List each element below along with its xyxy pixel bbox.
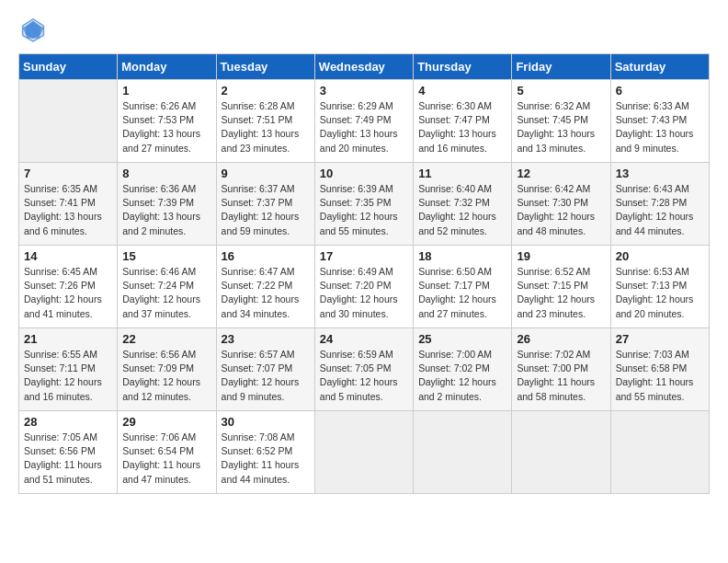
day-info: Sunrise: 6:28 AMSunset: 7:51 PMDaylight:… [222, 99, 310, 155]
header-row: SundayMondayTuesdayWednesdayThursdayFrid… [19, 54, 710, 80]
day-info: Sunrise: 6:39 AMSunset: 7:35 PMDaylight:… [320, 182, 408, 238]
day-cell: 28Sunrise: 7:05 AMSunset: 6:56 PMDayligh… [19, 411, 118, 494]
day-cell: 7Sunrise: 6:35 AMSunset: 7:41 PMDaylight… [19, 163, 118, 246]
day-cell [610, 411, 709, 494]
day-number: 10 [320, 167, 408, 180]
day-number: 27 [616, 332, 704, 346]
calendar-table: SundayMondayTuesdayWednesdayThursdayFrid… [18, 53, 710, 494]
day-info: Sunrise: 6:56 AMSunset: 7:09 PMDaylight:… [122, 348, 210, 404]
day-cell: 21Sunrise: 6:55 AMSunset: 7:11 PMDayligh… [19, 328, 118, 411]
week-row-5: 28Sunrise: 7:05 AMSunset: 6:56 PMDayligh… [19, 411, 710, 494]
day-cell: 5Sunrise: 6:32 AMSunset: 7:45 PMDaylight… [512, 80, 610, 163]
day-info: Sunrise: 6:59 AMSunset: 7:05 PMDaylight:… [320, 348, 408, 404]
day-cell [314, 411, 413, 494]
day-number: 12 [517, 167, 605, 180]
day-number: 2 [222, 84, 310, 98]
col-header-thursday: Thursday [414, 54, 512, 80]
day-cell: 12Sunrise: 6:42 AMSunset: 7:30 PMDayligh… [512, 163, 610, 246]
day-info: Sunrise: 6:46 AMSunset: 7:24 PMDaylight:… [122, 265, 210, 321]
day-info: Sunrise: 7:00 AMSunset: 7:02 PMDaylight:… [418, 348, 506, 404]
day-number: 6 [616, 84, 704, 98]
day-number: 14 [24, 249, 112, 263]
day-number: 11 [418, 167, 506, 180]
day-info: Sunrise: 6:49 AMSunset: 7:20 PMDaylight:… [320, 265, 408, 321]
day-number: 28 [24, 415, 112, 429]
day-cell: 29Sunrise: 7:06 AMSunset: 6:54 PMDayligh… [118, 411, 216, 494]
col-header-sunday: Sunday [19, 54, 118, 80]
day-number: 5 [517, 84, 605, 98]
col-header-friday: Friday [512, 54, 610, 80]
day-info: Sunrise: 7:06 AMSunset: 6:54 PMDaylight:… [122, 431, 210, 487]
day-number: 4 [418, 84, 506, 98]
day-number: 19 [517, 249, 605, 263]
day-info: Sunrise: 6:52 AMSunset: 7:15 PMDaylight:… [517, 265, 605, 321]
day-cell [414, 411, 512, 494]
day-info: Sunrise: 6:32 AMSunset: 7:45 PMDaylight:… [517, 99, 605, 155]
day-info: Sunrise: 6:55 AMSunset: 7:11 PMDaylight:… [24, 348, 112, 404]
day-info: Sunrise: 6:30 AMSunset: 7:47 PMDaylight:… [418, 99, 506, 155]
day-cell: 2Sunrise: 6:28 AMSunset: 7:51 PMDaylight… [216, 80, 314, 163]
week-row-3: 14Sunrise: 6:45 AMSunset: 7:26 PMDayligh… [19, 246, 710, 328]
day-cell: 14Sunrise: 6:45 AMSunset: 7:26 PMDayligh… [19, 246, 118, 328]
day-info: Sunrise: 7:03 AMSunset: 6:58 PMDaylight:… [616, 348, 704, 404]
day-number: 29 [122, 415, 210, 429]
day-info: Sunrise: 6:47 AMSunset: 7:22 PMDaylight:… [222, 265, 310, 321]
day-number: 8 [122, 167, 210, 180]
week-row-2: 7Sunrise: 6:35 AMSunset: 7:41 PMDaylight… [19, 163, 710, 246]
day-cell: 16Sunrise: 6:47 AMSunset: 7:22 PMDayligh… [216, 246, 314, 328]
day-info: Sunrise: 6:37 AMSunset: 7:37 PMDaylight:… [222, 182, 310, 238]
day-info: Sunrise: 6:53 AMSunset: 7:13 PMDaylight:… [616, 265, 704, 321]
day-cell: 8Sunrise: 6:36 AMSunset: 7:39 PMDaylight… [118, 163, 216, 246]
day-number: 24 [320, 332, 408, 346]
day-number: 30 [222, 415, 310, 429]
col-header-monday: Monday [118, 54, 216, 80]
day-info: Sunrise: 6:36 AMSunset: 7:39 PMDaylight:… [122, 182, 210, 238]
day-cell [19, 80, 118, 163]
day-number: 18 [418, 249, 506, 263]
day-number: 9 [222, 167, 310, 180]
day-info: Sunrise: 7:05 AMSunset: 6:56 PMDaylight:… [24, 431, 112, 487]
day-info: Sunrise: 6:45 AMSunset: 7:26 PMDaylight:… [24, 265, 112, 321]
logo [18, 15, 51, 44]
day-info: Sunrise: 6:29 AMSunset: 7:49 PMDaylight:… [320, 99, 408, 155]
week-row-1: 1Sunrise: 6:26 AMSunset: 7:53 PMDaylight… [19, 80, 710, 163]
day-cell: 26Sunrise: 7:02 AMSunset: 7:00 PMDayligh… [512, 328, 610, 411]
day-info: Sunrise: 6:50 AMSunset: 7:17 PMDaylight:… [418, 265, 506, 321]
day-cell: 17Sunrise: 6:49 AMSunset: 7:20 PMDayligh… [314, 246, 413, 328]
day-cell: 1Sunrise: 6:26 AMSunset: 7:53 PMDaylight… [118, 80, 216, 163]
col-header-tuesday: Tuesday [216, 54, 314, 80]
week-row-4: 21Sunrise: 6:55 AMSunset: 7:11 PMDayligh… [19, 328, 710, 411]
day-cell: 15Sunrise: 6:46 AMSunset: 7:24 PMDayligh… [118, 246, 216, 328]
day-cell: 9Sunrise: 6:37 AMSunset: 7:37 PMDaylight… [216, 163, 314, 246]
day-number: 25 [418, 332, 506, 346]
day-cell: 18Sunrise: 6:50 AMSunset: 7:17 PMDayligh… [414, 246, 512, 328]
day-number: 22 [122, 332, 210, 346]
day-info: Sunrise: 6:35 AMSunset: 7:41 PMDaylight:… [24, 182, 112, 238]
day-cell: 20Sunrise: 6:53 AMSunset: 7:13 PMDayligh… [610, 246, 709, 328]
day-number: 20 [616, 249, 704, 263]
logo-icon [18, 15, 48, 44]
day-number: 7 [24, 167, 112, 180]
day-cell: 4Sunrise: 6:30 AMSunset: 7:47 PMDaylight… [414, 80, 512, 163]
day-info: Sunrise: 7:02 AMSunset: 7:00 PMDaylight:… [517, 348, 605, 404]
day-info: Sunrise: 7:08 AMSunset: 6:52 PMDaylight:… [222, 431, 310, 487]
day-cell: 10Sunrise: 6:39 AMSunset: 7:35 PMDayligh… [314, 163, 413, 246]
day-number: 3 [320, 84, 408, 98]
day-cell: 13Sunrise: 6:43 AMSunset: 7:28 PMDayligh… [610, 163, 709, 246]
day-number: 21 [24, 332, 112, 346]
day-cell: 25Sunrise: 7:00 AMSunset: 7:02 PMDayligh… [414, 328, 512, 411]
day-cell: 22Sunrise: 6:56 AMSunset: 7:09 PMDayligh… [118, 328, 216, 411]
day-info: Sunrise: 6:26 AMSunset: 7:53 PMDaylight:… [122, 99, 210, 155]
day-number: 15 [122, 249, 210, 263]
day-cell: 19Sunrise: 6:52 AMSunset: 7:15 PMDayligh… [512, 246, 610, 328]
day-cell: 3Sunrise: 6:29 AMSunset: 7:49 PMDaylight… [314, 80, 413, 163]
day-number: 13 [616, 167, 704, 180]
day-cell: 23Sunrise: 6:57 AMSunset: 7:07 PMDayligh… [216, 328, 314, 411]
day-cell: 11Sunrise: 6:40 AMSunset: 7:32 PMDayligh… [414, 163, 512, 246]
day-cell: 30Sunrise: 7:08 AMSunset: 6:52 PMDayligh… [216, 411, 314, 494]
day-info: Sunrise: 6:42 AMSunset: 7:30 PMDaylight:… [517, 182, 605, 238]
day-number: 17 [320, 249, 408, 263]
day-number: 16 [222, 249, 310, 263]
col-header-wednesday: Wednesday [314, 54, 413, 80]
day-number: 1 [122, 84, 210, 98]
